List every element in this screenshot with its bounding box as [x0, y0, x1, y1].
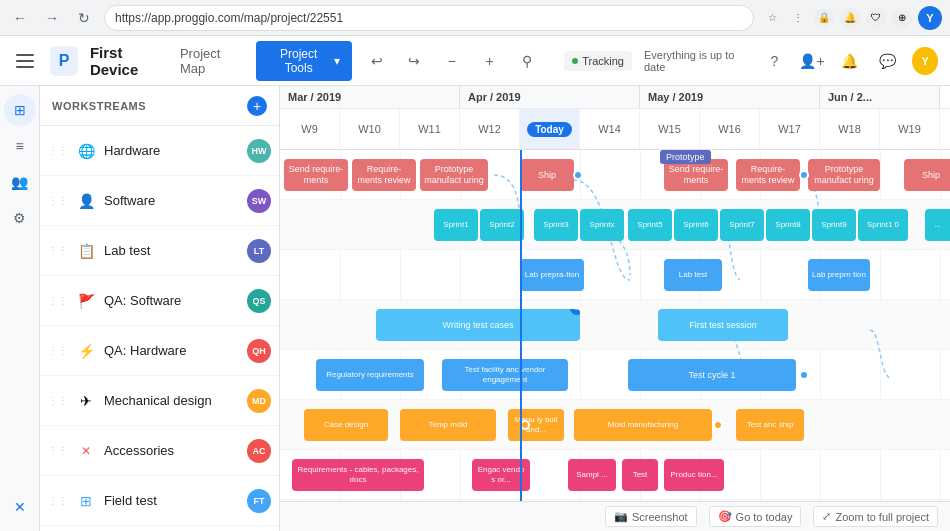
workstream-qa-software[interactable]: ⋮⋮ 🚩 QA: Software QS — [40, 276, 279, 326]
bar-mold-mfg[interactable]: Mold manufacturing — [574, 409, 712, 441]
bar-test-acc[interactable]: Test — [622, 459, 658, 491]
week-w17: W17 — [760, 109, 820, 149]
bar-lab-prern-2[interactable]: Lab preprn tion — [808, 259, 870, 291]
add-user-button[interactable]: 👤+ — [799, 47, 825, 75]
bar-prototype-mfg-2[interactable]: Prototype manufact uring — [808, 159, 880, 191]
bar-sprint2[interactable]: Sprint2 — [480, 209, 524, 241]
bar-regulatory[interactable]: Regulatory requirements — [316, 359, 424, 391]
bar-requirements-review-1[interactable]: Require-ments review — [352, 159, 416, 191]
browser-ext3-icon[interactable]: 🛡 — [866, 8, 886, 28]
bar-ship-1[interactable]: Ship — [520, 159, 574, 191]
milestone-mech-2 — [713, 420, 723, 430]
add-workstream-button[interactable]: + — [247, 96, 267, 116]
bar-case-design[interactable]: Case design — [304, 409, 388, 441]
zoom-full-project-label: Zoom to full project — [835, 511, 929, 523]
forward-button[interactable]: → — [40, 6, 64, 30]
search-button[interactable]: ⚲ — [514, 47, 540, 75]
hardware-avatar: HW — [247, 139, 271, 163]
bar-sprint9[interactable]: Sprint9 — [812, 209, 856, 241]
bar-sprintx[interactable]: Sprintx — [580, 209, 624, 241]
workstream-hardware[interactable]: ⋮⋮ 🌐 Hardware HW — [40, 126, 279, 176]
sidebar-icon-settings[interactable]: ⚙ — [4, 202, 36, 234]
bar-sprint8[interactable]: Sprint8 — [766, 209, 810, 241]
bar-sprint10[interactable]: Sprint1 0 — [858, 209, 908, 241]
back-button[interactable]: ← — [8, 6, 32, 30]
month-may: May / 2019 — [640, 86, 820, 108]
bar-lab-test-1[interactable]: Lab test — [664, 259, 722, 291]
bar-send-requirements-1[interactable]: Send require-ments — [284, 159, 348, 191]
bar-test-facility[interactable]: Test facility anc vendor engagement — [442, 359, 568, 391]
week-w19: W19 — [880, 109, 940, 149]
bar-ship-2[interactable]: Ship — [904, 159, 950, 191]
bar-sprint6[interactable]: Sprint6 — [674, 209, 718, 241]
bar-lab-prepration-1[interactable]: Lab prepra-tion — [520, 259, 584, 291]
browser-user-avatar[interactable]: Y — [918, 6, 942, 30]
bar-test-cycle-1[interactable]: Test cycle 1 — [628, 359, 796, 391]
drag-handle[interactable]: ⋮⋮ — [48, 445, 68, 456]
bar-test-ship[interactable]: Test anc ship — [736, 409, 804, 441]
browser-ext2-icon[interactable]: 🔔 — [840, 8, 860, 28]
browser-ext1-icon[interactable]: 🔒 — [814, 8, 834, 28]
zoom-in-button[interactable]: + — [477, 47, 503, 75]
workstream-qa-hardware[interactable]: ⋮⋮ ⚡ QA: Hardware QH — [40, 326, 279, 376]
workstream-labtest[interactable]: ⋮⋮ 📋 Lab test LT — [40, 226, 279, 276]
bar-sprint3[interactable]: Sprint3 — [534, 209, 578, 241]
drag-handle[interactable]: ⋮⋮ — [48, 295, 68, 306]
gantt-area: Mar / 2019 Apr / 2019 May / 2019 Jun / 2… — [280, 86, 950, 531]
bar-first-test-session[interactable]: First test session — [658, 309, 788, 341]
gantt-row-hardware: Prototype Send require-ments Require-men… — [280, 150, 950, 200]
user-avatar[interactable]: Y — [912, 47, 938, 75]
bar-temp-mold[interactable]: Temp mold — [400, 409, 496, 441]
drag-handle[interactable]: ⋮⋮ — [48, 395, 68, 406]
zoom-full-project-button[interactable]: ⤢ Zoom to full project — [813, 506, 938, 527]
bar-requirements-review-2[interactable]: Require-ments review — [736, 159, 800, 191]
sidebar-icon-home[interactable]: ⊞ — [4, 94, 36, 126]
sidebar-icon-close[interactable]: ✕ — [4, 491, 36, 523]
bar-production[interactable]: Produc tion... — [664, 459, 724, 491]
browser-icons: ☆ ⋮ 🔒 🔔 🛡 ⊕ Y — [762, 6, 942, 30]
workstreams-title: WORKSTREAMS — [52, 100, 146, 112]
bar-sample[interactable]: Sampl ... — [568, 459, 616, 491]
url-bar[interactable]: https://app.proggio.com/map/project/2255… — [104, 5, 754, 31]
workstream-mechanical[interactable]: ⋮⋮ ✈ Mechanical design MD — [40, 376, 279, 426]
week-w15: W15 — [640, 109, 700, 149]
browser-menu-icon[interactable]: ⋮ — [788, 8, 808, 28]
drag-handle[interactable]: ⋮⋮ — [48, 495, 68, 506]
browser-ext4-icon[interactable]: ⊕ — [892, 8, 912, 28]
bar-writing-test-cases[interactable]: Writing test cases 3 — [376, 309, 580, 341]
screenshot-button[interactable]: 📷 Screenshot — [605, 506, 697, 527]
url-text: https://app.proggio.com/map/project/2255… — [115, 11, 343, 25]
bar-sprint-more[interactable]: ... — [925, 209, 950, 241]
workstream-fieldtest[interactable]: ⋮⋮ ⊞ Field test FT — [40, 476, 279, 526]
refresh-button[interactable]: ↻ — [72, 6, 96, 30]
drag-handle[interactable]: ⋮⋮ — [48, 145, 68, 156]
workstream-accessories[interactable]: ⋮⋮ ✕ Accessories AC — [40, 426, 279, 476]
bar-sprint1[interactable]: Sprint1 — [434, 209, 478, 241]
bar-requirements-cables[interactable]: Requirements - cables, packages, docs — [292, 459, 424, 491]
software-label: Software — [104, 193, 239, 208]
redo-button[interactable]: ↪ — [401, 47, 427, 75]
drag-handle[interactable]: ⋮⋮ — [48, 195, 68, 206]
drag-handle[interactable]: ⋮⋮ — [48, 245, 68, 256]
software-avatar: SW — [247, 189, 271, 213]
chat-button[interactable]: 💬 — [875, 47, 901, 75]
notifications-button[interactable]: 🔔 — [837, 47, 863, 75]
workstream-software[interactable]: ⋮⋮ 👤 Software SW — [40, 176, 279, 226]
badge-3: 3 — [570, 309, 580, 315]
hamburger-menu[interactable] — [12, 47, 38, 75]
bar-sprint7[interactable]: Sprint7 — [720, 209, 764, 241]
project-tools-button[interactable]: Project Tools ▾ — [256, 41, 352, 81]
drag-handle[interactable]: ⋮⋮ — [48, 345, 68, 356]
bar-prototype-mfg-1[interactable]: Prototype manufact uring — [420, 159, 488, 191]
zoom-out-button[interactable]: − — [439, 47, 465, 75]
labtest-avatar: LT — [247, 239, 271, 263]
sidebar-icon-list[interactable]: ≡ — [4, 130, 36, 162]
sidebar-icon-people[interactable]: 👥 — [4, 166, 36, 198]
undo-button[interactable]: ↩ — [364, 47, 390, 75]
bookmark-icon[interactable]: ☆ — [762, 8, 782, 28]
bar-sprint5[interactable]: Sprint5 — [628, 209, 672, 241]
help-button[interactable]: ? — [762, 47, 788, 75]
bar-manu-build[interactable]: Manu ly buil and... — [508, 409, 564, 441]
week-w9: W9 — [280, 109, 340, 149]
go-to-today-button[interactable]: 🎯 Go to today — [709, 506, 802, 527]
